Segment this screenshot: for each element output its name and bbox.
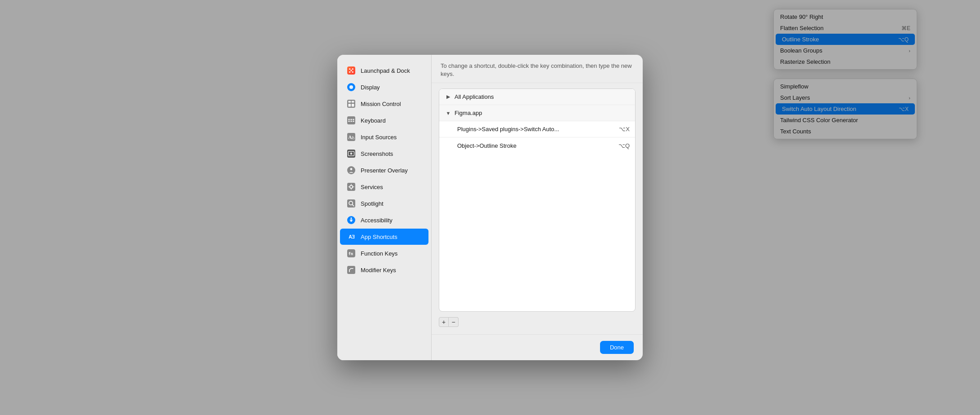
svg-rect-17 [348, 121, 349, 122]
accessibility-icon [346, 215, 356, 225]
sidebar-item-label: Launchpad & Dock [361, 67, 410, 74]
dialog-footer: Done [432, 334, 643, 360]
modifier-icon [346, 265, 356, 275]
dialog-overlay: Launchpad & DockDisplayMission ControlKe… [0, 0, 980, 415]
sidebar-item-label: Accessibility [361, 217, 393, 224]
svg-point-38 [350, 217, 352, 219]
appshortcuts-icon: A [346, 232, 356, 242]
spotlight-icon [346, 199, 356, 208]
shortcut-label: Object->Outline Stroke [457, 142, 618, 149]
sidebar-item-spotlight[interactable]: Spotlight [340, 195, 428, 212]
sidebar-item-keyboard[interactable]: Keyboard [340, 112, 428, 128]
svg-rect-16 [353, 119, 354, 120]
sidebar-item-presenter[interactable]: Presenter Overlay [340, 162, 428, 178]
input-icon: Aあ [346, 132, 356, 142]
svg-rect-10 [352, 101, 354, 102]
chevron-all-apps[interactable]: ▶ [445, 93, 452, 101]
add-shortcut-button[interactable]: + [439, 317, 449, 327]
svg-rect-11 [348, 104, 351, 107]
remove-shortcut-button[interactable]: − [449, 317, 459, 327]
svg-rect-9 [348, 101, 351, 102]
sidebar-item-label: Mission Control [361, 101, 401, 107]
sidebar-item-label: Modifier Keys [361, 267, 396, 274]
sidebar-item-label: Screenshots [361, 150, 393, 157]
svg-rect-14 [348, 119, 349, 120]
sidebar: Launchpad & DockDisplayMission ControlKe… [337, 55, 432, 360]
sidebar-item-label: Function Keys [361, 250, 397, 257]
svg-rect-15 [350, 119, 352, 120]
svg-rect-12 [352, 104, 354, 107]
sidebar-item-display[interactable]: Display [340, 79, 428, 95]
presenter-icon [346, 165, 356, 175]
sidebar-item-modifier-keys[interactable]: Modifier Keys [340, 262, 428, 278]
main-content: To change a shortcut, double-click the k… [432, 55, 643, 360]
sidebar-item-label: Spotlight [361, 200, 384, 207]
function-icon: fn [346, 248, 356, 258]
display-icon [346, 82, 356, 92]
sidebar-item-function-keys[interactable]: fnFunction Keys [340, 245, 428, 261]
svg-point-27 [350, 168, 353, 170]
svg-rect-18 [350, 121, 352, 122]
hint-text: To change a shortcut, double-click the k… [441, 62, 632, 77]
sidebar-item-label: Input Sources [361, 134, 397, 141]
chevron-figma[interactable]: ▼ [445, 110, 452, 117]
mission-icon [346, 99, 356, 109]
section-header-all-apps[interactable]: ▶All Applications [439, 89, 635, 105]
sidebar-item-screenshots[interactable]: Screenshots [340, 146, 428, 162]
sidebar-item-launchpad[interactable]: Launchpad & Dock [340, 62, 428, 79]
shortcuts-table: ▶All Applications▼Figma.appPlugins->Save… [439, 88, 636, 312]
svg-point-4 [352, 71, 353, 73]
svg-point-25 [350, 153, 353, 155]
svg-rect-13 [347, 116, 355, 124]
content-hint: To change a shortcut, double-click the k… [432, 55, 643, 83]
svg-text:fn: fn [348, 252, 353, 256]
services-icon [346, 182, 356, 192]
sidebar-item-label: App Shortcuts [361, 234, 397, 240]
keyboard-icon [346, 115, 356, 125]
sidebar-item-label: Presenter Overlay [361, 167, 408, 174]
sidebar-item-app-shortcuts[interactable]: AApp Shortcuts [340, 229, 428, 245]
sidebar-item-input-sources[interactable]: AあInput Sources [340, 129, 428, 145]
svg-text:あ: あ [351, 136, 355, 140]
svg-text:A: A [349, 234, 352, 239]
sidebar-item-accessibility[interactable]: Accessibility [340, 212, 428, 228]
section-label: Figma.app [455, 110, 630, 116]
svg-point-3 [349, 71, 350, 73]
shortcut-row[interactable]: Plugins->Saved plugins->Switch Auto...⌥X [439, 121, 635, 137]
done-button[interactable]: Done [600, 341, 634, 354]
svg-rect-48 [347, 266, 355, 274]
sidebar-item-services[interactable]: Services [340, 179, 428, 195]
sidebar-item-label: Keyboard [361, 117, 386, 124]
sidebar-item-label: Services [361, 184, 383, 190]
shortcut-row[interactable]: Object->Outline Stroke⌥Q [439, 137, 635, 154]
section-header-figma[interactable]: ▼Figma.app [439, 105, 635, 121]
svg-point-2 [352, 68, 353, 70]
svg-point-7 [349, 85, 353, 89]
svg-rect-19 [353, 121, 354, 122]
sidebar-item-mission[interactable]: Mission Control [340, 96, 428, 112]
shortcut-label: Plugins->Saved plugins->Switch Auto... [457, 126, 619, 132]
launchpad-icon [346, 66, 356, 75]
sidebar-item-label: Display [361, 84, 380, 91]
svg-point-1 [349, 68, 350, 70]
svg-point-5 [350, 70, 352, 71]
keyboard-shortcuts-dialog: Launchpad & DockDisplayMission ControlKe… [337, 55, 643, 360]
screenshots-icon [346, 149, 356, 159]
shortcut-keys: ⌥Q [618, 142, 630, 149]
shortcut-keys: ⌥X [619, 126, 630, 132]
table-controls: + − [439, 317, 636, 327]
section-label: All Applications [455, 93, 630, 100]
